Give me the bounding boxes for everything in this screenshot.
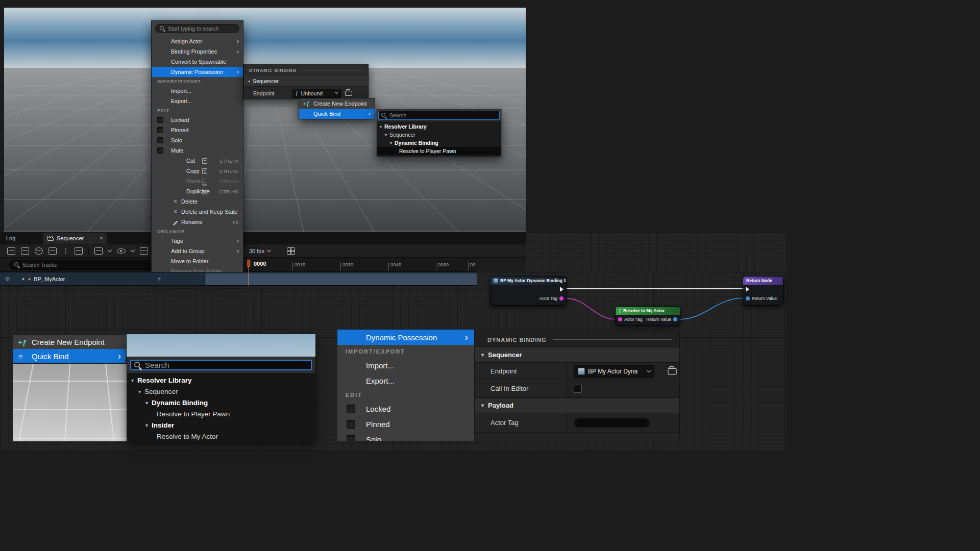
locked-checkbox[interactable] [347,405,355,413]
zoom-menu-item-locked[interactable]: Locked [337,401,474,416]
locked-checkbox[interactable] [157,117,163,123]
tree-item-sequencer[interactable]: ▾Sequencer [127,386,315,397]
menu-item-dynamic-possession[interactable]: Dynamic Possession› [152,67,243,77]
add-section-icon[interactable]: + [157,275,161,283]
return-value-in-pin[interactable] [746,296,750,300]
resolver-search-input[interactable]: Search [378,111,500,120]
tree-item-resolve-to-player-pawn[interactable]: Resolve to Player Pawn [127,408,315,419]
menu-item-solo[interactable]: Solo [152,135,243,145]
zoom-resolver-search-placeholder: Search [145,361,169,369]
zoomed-dynamic-possession-menu: Dynamic Possession › IMPORT/EXPORT Impor… [337,329,475,441]
zoom-menu-item-dynamic-possession[interactable]: Dynamic Possession › [337,330,474,345]
keyframe-options-icon[interactable] [140,247,148,255]
dropdown-caret-icon [647,368,651,372]
menu-item-import[interactable]: Import... [152,86,243,96]
zoom-menu-item-quick-bind[interactable]: ≡ Quick Bind › [13,349,126,363]
tree-item-dynamic-binding[interactable]: ▾Dynamic Binding [127,397,315,408]
tree-item-resolver-library[interactable]: ▾Resolver Library [127,374,315,386]
menu-item-locked[interactable]: Locked [152,115,243,125]
actor-tag-in-pin[interactable] [618,317,622,321]
render-movie-icon[interactable] [35,247,43,255]
function-icon: ƒ [619,308,621,313]
exec-out-pin[interactable] [560,287,564,292]
solo-checkbox[interactable] [347,435,355,442]
snap-grid-icon[interactable] [287,247,295,255]
menu-item-export[interactable]: Export... [152,96,243,106]
sequencer-track-row[interactable]: ⊘ ▾ ● BP_MyActor + [0,272,477,286]
tab-sequencer[interactable]: Sequencer × [43,233,107,244]
track-expand-icon[interactable]: ▾ [22,277,24,282]
menu-item-cut[interactable]: CutCTRL+X [152,156,243,166]
exec-in-pin[interactable] [746,287,749,292]
zoom-resolver-search-input[interactable]: Search [130,360,312,370]
endpoint-label: Endpoint [244,90,292,96]
menu-section-organize: ORGANIZE [152,227,243,236]
tab-log[interactable]: Log [6,235,15,241]
pinned-checkbox[interactable] [157,127,163,133]
browse-asset-icon[interactable] [668,368,677,374]
menu-item-tags[interactable]: Tags› [152,236,243,246]
resolver-search-placeholder: Search [389,112,406,118]
return-value-out-pin[interactable] [673,317,677,321]
tree-item-insider[interactable]: ▾Insider [127,419,315,431]
menu-item-delete-and-keep-state[interactable]: ×Delete and Keep State [152,207,243,217]
slate-icon[interactable] [21,247,29,255]
menu-item-delete[interactable]: ×Delete [152,196,243,207]
menu-item-create-new-endpoint[interactable]: +ƒ Create New Endpoint [299,98,375,109]
endpoint-dropdown[interactable]: ƒ Unbound [292,89,341,98]
details-section-payload[interactable]: ▾ Payload [475,397,679,413]
menu-item-binding-properties[interactable]: Binding Properties› [152,46,243,57]
eye-dropdown-caret[interactable] [131,247,135,252]
tree-item-resolver-library[interactable]: ▾Resolver Library [377,122,501,131]
resolver-popup: Search ▾Resolver Library ▾Sequencer ▾Dyn… [376,109,502,157]
zoom-menu-item-solo[interactable]: Solo [337,432,474,441]
menu-search-input[interactable]: Start typing to search [155,24,239,33]
menu-item-assign-actor[interactable]: Assign Actor› [152,36,243,46]
wrench-icon[interactable] [94,247,103,255]
menu-item-add-to-group[interactable]: Add to Group› [152,246,243,256]
zoom-menu-item-import[interactable]: Import... [337,358,474,373]
actor-tag-pin[interactable] [559,296,564,300]
save-icon[interactable] [7,247,15,255]
menu-item-mute[interactable]: Mute [152,145,243,156]
menu-item-pinned[interactable]: Pinned [152,125,243,135]
mute-checkbox[interactable] [157,147,163,154]
track-timeline-lane[interactable] [204,272,477,285]
track-header-bp-myactor[interactable]: ⊘ ▾ ● BP_MyActor + [0,272,204,285]
pinned-checkbox[interactable] [347,420,355,429]
section-sequencer[interactable]: ▾ Sequencer [244,76,368,86]
zoom-menu-item-export[interactable]: Export... [337,373,474,388]
possessable-icon: ⊘ [5,276,10,282]
node-return[interactable]: Return Node Return Value [743,276,783,306]
menu-item-copy[interactable]: CopyCTRL+C [152,166,243,176]
node-bp-my-actor-dynamic-binding[interactable]: BP My Actor Dynamic Binding 1 Actor Tag [490,276,567,306]
menu-item-convert-to-spawnable[interactable]: Convert to Spawnable [152,57,243,67]
zoom-menu-item-pinned[interactable]: Pinned [337,416,474,432]
actor-tag-input[interactable] [574,418,650,428]
menu-item-duplicate[interactable]: DuplicateCTRL+D [152,186,243,196]
tree-item-resolve-to-player-pawn[interactable]: Resolve to Player Pawn [377,147,501,155]
unreal-editor-root: Log Sequencer × ⋮ 30 fps Search Tracks 0… [0,0,980,551]
tab-close-icon[interactable]: × [100,235,103,241]
fps-dropdown[interactable]: 30 fps [249,248,271,254]
call-in-editor-checkbox[interactable] [574,385,582,393]
zoom-menu-item-create-new-endpoint[interactable]: +ƒ Create New Endpoint [13,335,126,349]
node-resolve-to-my-actor[interactable]: ƒ Resolve to My Actor Actor Tag Return V… [615,306,680,325]
menu-item-quick-bind[interactable]: ≡ Quick Bind › [299,109,375,119]
eye-icon[interactable] [117,248,126,254]
tree-item-sequencer[interactable]: ▾Sequencer [377,131,501,139]
search-icon [160,26,165,31]
browse-asset-icon[interactable] [345,91,352,96]
kebab-menu-icon[interactable]: ⋮ [62,247,69,254]
tree-item-dynamic-binding[interactable]: ▾Dynamic Binding [377,139,501,147]
sliders-icon[interactable] [48,247,57,255]
details-section-sequencer[interactable]: ▾ Sequencer [475,347,679,363]
tree-item-resolve-to-my-actor[interactable]: Resolve to My Actor [127,431,315,441]
endpoint-dropdown[interactable]: BP My Actor Dyna [574,365,654,378]
menu-item-rename[interactable]: RenameF2 [152,217,243,227]
menu-item-move-to-folder[interactable]: Move to Folder [152,256,243,266]
wrench-dropdown-caret[interactable] [108,247,112,252]
track-search-placeholder: Search Tracks [22,262,57,268]
solo-checkbox[interactable] [157,137,163,143]
track-options-icon[interactable] [75,247,83,255]
